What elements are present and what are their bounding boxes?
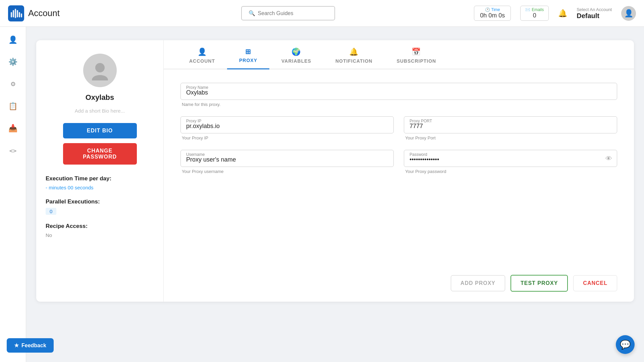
search-icon: 🔍	[249, 10, 255, 16]
proxy-tab-icon: ⊞	[245, 48, 251, 56]
password-label: Password	[408, 152, 429, 157]
email-badge: ✉️ Emails 0	[520, 6, 549, 21]
sidebar-item-code[interactable]: <>	[6, 143, 20, 158]
sidebar-item-document[interactable]: 📋	[6, 99, 20, 113]
edit-bio-button[interactable]: EDIT BIO	[63, 123, 137, 138]
variables-tab-icon: 🌍	[291, 48, 301, 56]
username-group: Username Your Proxy username	[180, 150, 394, 174]
execution-time-value: - minutes 00 seconds	[46, 185, 154, 190]
sidebar-item-inbox[interactable]: 📥	[6, 121, 20, 135]
proxy-port-input[interactable]	[410, 123, 611, 130]
feedback-button[interactable]: ★ Feedback	[7, 338, 54, 353]
app-logo	[8, 5, 24, 21]
profile-username: Oxylabs	[86, 93, 114, 102]
feedback-icon: ★	[14, 342, 19, 349]
tab-proxy[interactable]: ⊞ PROXY	[227, 40, 269, 69]
proxy-port-label: Proxy PORT	[408, 119, 433, 123]
sidebar-item-advanced[interactable]: ⚙	[6, 77, 20, 91]
test-proxy-button[interactable]: TEST PROXY	[511, 275, 568, 292]
username-hint: Your Proxy username	[180, 169, 394, 174]
proxy-port-field-wrapper: Proxy PORT	[404, 116, 617, 133]
action-bar: ADD PROXY TEST PROXY CANCEL	[164, 268, 634, 302]
account-selector-label: Select An Account	[577, 7, 612, 12]
proxy-ip-field-wrapper: Proxy IP	[180, 116, 394, 133]
recipe-access-label: Recipe Access:	[46, 223, 154, 230]
parallel-executions-value: 0	[46, 208, 56, 215]
document-icon: 📋	[8, 102, 17, 111]
username-field-wrapper: Username	[180, 150, 394, 167]
proxy-name-group: Proxy Name Name for this proxy.	[180, 83, 617, 107]
svg-rect-2	[13, 10, 14, 17]
svg-rect-3	[15, 9, 16, 18]
tab-bar: 👤 ACCOUNT ⊞ PROXY 🌍 VARIABLES 🔔 NOTIFICA…	[164, 40, 634, 69]
proxy-name-input[interactable]	[186, 89, 611, 96]
username-label: Username	[185, 152, 206, 157]
settings-icon: ⚙️	[8, 58, 17, 66]
info-section: Execution Time per day: - minutes 00 sec…	[46, 175, 154, 238]
time-label: 🕐 Time	[485, 7, 500, 12]
left-panel: Oxylabs Add a short Bio here... EDIT BIO…	[36, 40, 164, 302]
profile-avatar	[83, 54, 117, 87]
sidebar-item-user[interactable]: 👤	[6, 33, 20, 47]
svg-point-8	[92, 75, 108, 80]
parallel-executions-label: Parallel Executions:	[46, 198, 154, 205]
password-hint: Your Proxy password	[404, 169, 617, 174]
app-title: Account	[28, 8, 60, 18]
proxy-name-label: Proxy Name	[185, 85, 210, 90]
proxy-ip-input[interactable]	[186, 123, 388, 130]
card-container: Oxylabs Add a short Bio here... EDIT BIO…	[36, 40, 634, 302]
user-icon: 👤	[8, 36, 17, 44]
clock-icon: 🕐	[485, 7, 490, 12]
tab-account[interactable]: 👤 ACCOUNT	[177, 40, 227, 69]
svg-rect-4	[17, 10, 18, 17]
chat-bubble-button[interactable]: 💬	[616, 335, 635, 354]
search-input[interactable]	[258, 10, 328, 16]
nav-right: 🕐 Time 0h 0m 0s ✉️ Emails 0 🔔 Select An …	[474, 6, 636, 21]
account-tab-icon: 👤	[198, 48, 207, 56]
top-nav-avatar[interactable]: 👤	[621, 6, 636, 21]
search-box[interactable]: 🔍	[241, 6, 335, 20]
svg-rect-5	[19, 12, 20, 17]
time-value: 0h 0m 0s	[480, 12, 505, 19]
svg-rect-6	[21, 13, 22, 17]
proxy-name-field-wrapper: Proxy Name	[180, 83, 617, 100]
cog-advanced-icon: ⚙	[10, 80, 16, 88]
logo-area: Account	[8, 5, 102, 21]
notification-tab-label: NOTIFICATION	[335, 58, 373, 64]
cancel-button[interactable]: CANCEL	[573, 275, 617, 291]
proxy-port-group: Proxy PORT Your Proxy Port	[404, 116, 617, 140]
proxy-name-row: Proxy Name Name for this proxy.	[180, 83, 617, 107]
proxy-ip-label: Proxy IP	[185, 119, 203, 123]
toggle-password-icon[interactable]: 👁	[605, 155, 612, 162]
tab-variables[interactable]: 🌍 VARIABLES	[269, 40, 323, 69]
code-icon: <>	[9, 147, 17, 154]
username-password-row: Username Your Proxy username Password 👁 …	[180, 150, 617, 174]
email-count: 0	[533, 12, 536, 19]
change-password-button[interactable]: CHANGE PASSWORD	[63, 143, 137, 165]
proxy-name-hint: Name for this proxy.	[180, 102, 617, 107]
proxy-tab-label: PROXY	[239, 58, 257, 63]
main-content: Oxylabs Add a short Bio here... EDIT BIO…	[26, 27, 644, 362]
tab-notification[interactable]: 🔔 NOTIFICATION	[323, 40, 385, 69]
proxy-ip-hint: Your Proxy IP	[180, 135, 394, 140]
proxy-port-hint: Your Proxy Port	[404, 135, 617, 140]
proxy-ip-group: Proxy IP Your Proxy IP	[180, 116, 394, 140]
notification-bell-button[interactable]: 🔔	[558, 9, 567, 18]
nav-center: 🔍	[102, 6, 474, 20]
email-icon: ✉️	[525, 7, 530, 12]
username-input[interactable]	[186, 156, 388, 163]
inbox-icon: 📥	[8, 124, 17, 133]
feedback-label: Feedback	[21, 343, 46, 349]
account-tab-label: ACCOUNT	[189, 58, 215, 64]
subscription-tab-icon: 📅	[412, 48, 421, 56]
chat-icon: 💬	[620, 340, 631, 350]
tab-subscription[interactable]: 📅 SUBSCRIPTION	[384, 40, 448, 69]
sidebar-item-settings[interactable]: ⚙️	[6, 55, 20, 69]
add-proxy-button[interactable]: ADD PROXY	[451, 275, 505, 291]
account-selector[interactable]: Select An Account Default	[577, 7, 612, 20]
account-selector-value: Default	[577, 12, 599, 20]
proxy-form: Proxy Name Name for this proxy. Proxy IP…	[164, 69, 634, 268]
password-group: Password 👁 Your Proxy password	[404, 150, 617, 174]
right-panel: 👤 ACCOUNT ⊞ PROXY 🌍 VARIABLES 🔔 NOTIFICA…	[164, 40, 634, 302]
password-input[interactable]	[410, 156, 611, 163]
